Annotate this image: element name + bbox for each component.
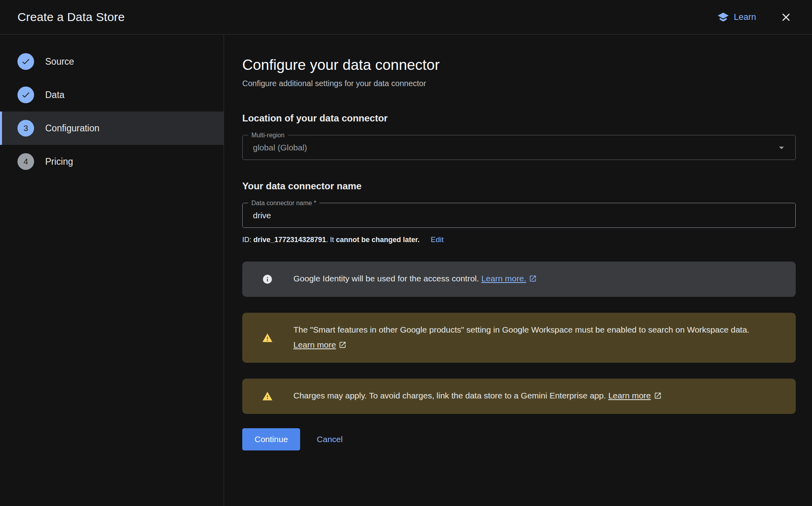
learn-label: Learn (734, 12, 756, 22)
multi-region-select: Multi-region global (Global) (242, 135, 796, 160)
location-section-heading: Location of your data connector (242, 113, 796, 124)
step-source[interactable]: Source (0, 45, 224, 78)
identity-info-text: Google Identity will be used for the acc… (293, 271, 537, 287)
step-complete-circle (17, 53, 34, 70)
step-data-label: Data (45, 90, 65, 100)
header-actions: Learn (717, 11, 792, 23)
step-number-circle: 4 (17, 153, 34, 170)
data-connector-name-input[interactable] (253, 203, 785, 227)
dialog-title: Create a Data Store (17, 10, 125, 24)
step-number-circle: 3 (17, 120, 34, 137)
warning-icon (262, 391, 273, 402)
charges-learn-more-link[interactable]: Learn more (608, 391, 661, 400)
learn-button[interactable]: Learn (717, 11, 756, 23)
close-button[interactable] (780, 11, 792, 23)
charges-warning-text: Charges may apply. To avoid charges, lin… (293, 388, 662, 404)
workspace-warning-banner: The "Smart features in other Google prod… (242, 313, 796, 363)
page-title: Configure your data connector (242, 57, 796, 73)
step-configuration[interactable]: 3 Configuration (0, 112, 224, 145)
step-data[interactable]: Data (0, 78, 224, 112)
step-complete-circle (17, 87, 34, 103)
connector-id-value: drive_1772314328791 (253, 236, 326, 244)
charges-warning-banner: Charges may apply. To avoid charges, lin… (242, 379, 796, 414)
step-source-label: Source (45, 56, 74, 67)
step-configuration-label: Configuration (45, 123, 100, 134)
close-icon (780, 11, 792, 23)
data-connector-name-field[interactable]: Data connector name * (242, 203, 796, 228)
create-data-store-dialog: Create a Data Store Learn (0, 0, 812, 506)
check-icon (21, 90, 31, 100)
dialog-header: Create a Data Store Learn (0, 0, 812, 35)
cancel-button[interactable]: Cancel (317, 435, 343, 444)
stepper-sidebar: Source Data 3 Configuration 4 Pricing (0, 35, 224, 506)
main-panel: Configure your data connector Configure … (224, 35, 812, 506)
workspace-learn-more-link[interactable]: Learn more (293, 340, 347, 349)
helper-text: ID: drive_1772314328791. It cannot be ch… (242, 236, 419, 244)
edit-id-link[interactable]: Edit (431, 235, 444, 244)
name-section-heading: Your data connector name (242, 181, 796, 192)
form-actions: Continue Cancel (242, 428, 796, 474)
step-pricing: 4 Pricing (0, 145, 224, 178)
connector-id-helper: ID: drive_1772314328791. It cannot be ch… (242, 235, 796, 244)
step-pricing-label: Pricing (45, 156, 73, 167)
check-icon (21, 57, 31, 66)
external-link-icon (529, 272, 537, 287)
identity-info-banner: Google Identity will be used for the acc… (242, 262, 796, 297)
continue-button[interactable]: Continue (242, 428, 300, 450)
identity-learn-more-link[interactable]: Learn more. (481, 274, 537, 283)
chevron-down-icon (776, 142, 787, 154)
page-subtitle: Configure additional settings for your d… (242, 79, 796, 88)
external-link-icon (339, 339, 347, 354)
graduation-cap-icon (717, 11, 729, 23)
multi-region-value: global (Global) (253, 143, 307, 152)
info-icon (262, 274, 273, 285)
data-connector-name-label: Data connector name * (248, 199, 320, 208)
workspace-warning-text: The "Smart features in other Google prod… (293, 322, 778, 354)
external-link-icon (654, 389, 662, 404)
dialog-body: Source Data 3 Configuration 4 Pricing (0, 35, 812, 506)
warning-icon (262, 333, 273, 343)
multi-region-label: Multi-region (248, 131, 288, 140)
